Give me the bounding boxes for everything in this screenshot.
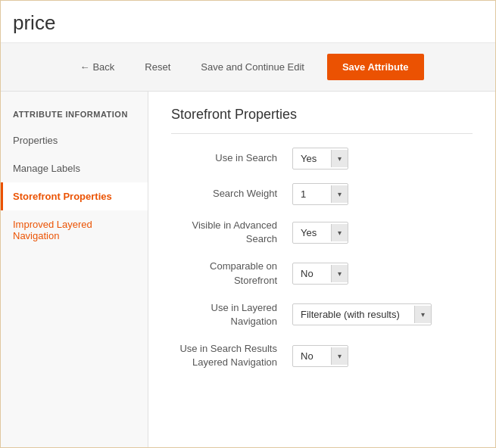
select-use-in-search-results-layered-navigation-value: No [293, 346, 331, 366]
label-use-in-search-results-layered-navigation: Use in Search Results Layered Navigation [171, 342, 292, 369]
sidebar-item-improved-layered-navigation[interactable]: Improved Layered Navigation [1, 210, 148, 250]
select-comparable-on-storefront-arrow[interactable]: ▾ [331, 265, 348, 282]
save-continue-button[interactable]: Save and Continue Edit [193, 57, 312, 77]
select-use-in-search-arrow[interactable]: ▾ [331, 150, 348, 167]
select-visible-in-advanced-search-arrow[interactable]: ▾ [331, 224, 348, 241]
control-search-weight[interactable]: 1 ▾ [292, 183, 348, 205]
save-attribute-button[interactable]: Save Attribute [327, 54, 424, 80]
save-attribute-label: Save Attribute [342, 61, 409, 73]
sidebar-item-properties[interactable]: Properties [1, 126, 148, 154]
select-use-in-layered-navigation-value: Filterable (with results) [293, 304, 414, 325]
select-comparable-on-storefront[interactable]: No ▾ [292, 263, 348, 285]
select-search-weight-value: 1 [293, 184, 331, 204]
select-use-in-search-value: Yes [293, 148, 331, 169]
sidebar-section-title: ATTRIBUTE INFORMATION [1, 99, 148, 126]
sidebar-item-manage-labels[interactable]: Manage Labels [1, 154, 148, 182]
select-visible-in-advanced-search[interactable]: Yes ▾ [292, 222, 348, 244]
select-search-weight[interactable]: 1 ▾ [292, 183, 348, 205]
content-area: Storefront Properties Use in Search Yes … [148, 92, 495, 448]
select-use-in-search-results-layered-navigation[interactable]: No ▾ [292, 345, 348, 367]
label-comparable-on-storefront: Comparable on Storefront [171, 260, 292, 287]
label-search-weight: Search Weight [171, 187, 292, 201]
form-row-search-weight: Search Weight 1 ▾ [171, 183, 473, 205]
toolbar: ← Back Reset Save and Continue Edit Save… [1, 43, 495, 92]
form-row-use-in-search: Use in Search Yes ▾ [171, 148, 473, 170]
form-row-comparable-on-storefront: Comparable on Storefront No ▾ [171, 260, 473, 287]
reset-label: Reset [145, 61, 170, 73]
label-visible-in-advanced-search: Visible in Advanced Search [171, 219, 292, 246]
control-use-in-search[interactable]: Yes ▾ [292, 148, 348, 170]
sidebar-item-manage-labels-label: Manage Labels [13, 163, 80, 174]
sidebar-item-properties-label: Properties [13, 135, 58, 146]
select-use-in-search[interactable]: Yes ▾ [292, 148, 348, 170]
sidebar-item-improved-layered-navigation-label: Improved Layered Navigation [13, 219, 92, 241]
label-use-in-layered-navigation: Use in Layered Navigation [171, 301, 292, 328]
control-use-in-layered-navigation[interactable]: Filterable (with results) ▾ [292, 303, 432, 325]
select-use-in-layered-navigation-arrow[interactable]: ▾ [414, 306, 431, 323]
back-arrow-icon: ← [80, 61, 89, 73]
back-button[interactable]: ← Back [72, 57, 122, 77]
sidebar: ATTRIBUTE INFORMATION Properties Manage … [1, 92, 148, 448]
reset-button[interactable]: Reset [137, 57, 178, 77]
control-visible-in-advanced-search[interactable]: Yes ▾ [292, 222, 348, 244]
page-title: price [1, 1, 495, 43]
select-comparable-on-storefront-value: No [293, 263, 331, 284]
control-comparable-on-storefront[interactable]: No ▾ [292, 263, 348, 285]
control-use-in-search-results-layered-navigation[interactable]: No ▾ [292, 345, 348, 367]
label-use-in-search: Use in Search [171, 151, 292, 165]
select-use-in-layered-navigation[interactable]: Filterable (with results) ▾ [292, 303, 432, 325]
storefront-properties-title: Storefront Properties [171, 107, 473, 134]
form-row-visible-in-advanced-search: Visible in Advanced Search Yes ▾ [171, 219, 473, 246]
back-label: Back [92, 61, 114, 73]
select-search-weight-arrow[interactable]: ▾ [331, 185, 348, 203]
sidebar-item-storefront-properties-label: Storefront Properties [13, 191, 112, 202]
form-row-use-in-layered-navigation: Use in Layered Navigation Filterable (wi… [171, 301, 473, 328]
sidebar-item-storefront-properties[interactable]: Storefront Properties [1, 182, 148, 210]
select-visible-in-advanced-search-value: Yes [293, 222, 331, 243]
form-row-use-in-search-results-layered-navigation: Use in Search Results Layered Navigation… [171, 342, 473, 369]
select-use-in-search-results-layered-navigation-arrow[interactable]: ▾ [331, 347, 348, 365]
save-continue-label: Save and Continue Edit [201, 61, 304, 73]
